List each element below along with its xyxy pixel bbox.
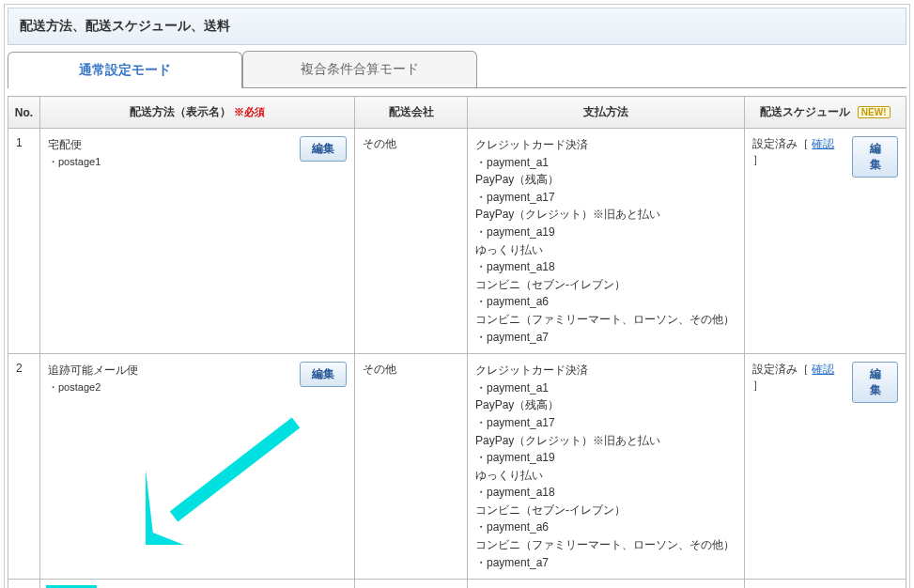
edit-schedule-button[interactable]: 編集 [852,136,898,178]
cell-company: その他 [355,129,468,354]
edit-method-button[interactable]: 編集 [300,362,347,387]
edit-schedule-button[interactable]: 編集 [852,362,898,403]
mode-tabs: 通常設定モード 複合条件合算モード [8,51,906,88]
payment-line: ・payment_a17 [475,414,736,432]
table-row: 3設定 [8,580,906,588]
cell-no: 1 [8,129,40,354]
tab-normal-mode[interactable]: 通常設定モード [8,52,242,88]
payment-line: ・payment_a1 [475,154,736,172]
payment-line: ・payment_a17 [475,189,736,207]
page-header: 配送方法、配送スケジュール、送料 [8,8,906,45]
cell-company [355,580,468,588]
payment-line: コンビニ（ファミリーマート、ローソン、その他） [475,536,736,554]
payment-line: PayPay（クレジット）※旧あと払い [475,206,736,224]
payment-line: ・payment_a7 [475,329,736,347]
payment-line: ・payment_a19 [475,449,736,467]
cell-schedule: 設定済み［ 確認 ］編集 [745,354,906,580]
payment-line: ゆっくり払い [475,467,736,485]
table-row: 2追跡可能メール便・postage2編集その他クレジットカード決済・paymen… [8,354,906,580]
confirm-link[interactable]: 確認 [812,363,834,376]
col-header-payment: 支払方法 [468,97,745,129]
cell-company: その他 [355,354,468,580]
edit-method-button[interactable]: 編集 [300,136,347,162]
cell-schedule: 設定済み［ 確認 ］編集 [745,129,906,354]
payment-line: ・payment_a7 [475,554,736,572]
cell-method: 宅配便・postage1編集 [40,129,355,354]
payment-line: PayPay（残高） [475,171,736,189]
cell-payment: クレジットカード決済・payment_a1PayPay（残高）・payment_… [468,129,745,354]
cell-schedule [745,580,906,588]
tab-complex-mode[interactable]: 複合条件合算モード [242,51,477,87]
cell-no: 2 [8,354,40,580]
payment-line: ゆっくり払い [475,241,736,259]
schedule-status: 設定済み［ 確認 ］ [752,136,844,168]
payment-line: ・payment_a1 [475,379,736,397]
svg-line-1 [174,423,296,517]
cell-no: 3 [8,580,40,588]
payment-line: ・payment_a18 [475,258,736,276]
payment-line: ・payment_a18 [475,484,736,502]
confirm-link[interactable]: 確認 [812,137,834,150]
required-marker: ※必須 [234,106,265,117]
payment-line: PayPay（残高） [475,396,736,414]
method-name: 追跡可能メール便・postage2 [48,362,300,396]
payment-line: ・payment_a6 [475,518,736,536]
payment-line: コンビニ（セブン-イレブン） [475,276,736,294]
payment-line: クレジットカード決済 [475,362,736,379]
col-header-no: No. [8,97,40,129]
table-row: 1宅配便・postage1編集その他クレジットカード決済・payment_a1P… [8,129,906,354]
payment-line: ・payment_a6 [475,293,736,311]
col-header-method: 配送方法（表示名） ※必須 [40,97,355,129]
cell-payment: クレジットカード決済・payment_a1PayPay（残高）・payment_… [468,354,745,580]
payment-line: ・payment_a19 [475,224,736,241]
schedule-status: 設定済み［ 確認 ］ [752,362,844,394]
method-name: 宅配便・postage1 [48,136,300,171]
payment-line: コンビニ（ファミリーマート、ローソン、その他） [475,311,736,329]
payment-line: コンビニ（セブン-イレブン） [475,502,736,519]
new-badge: NEW! [858,106,891,118]
annotation-arrow-icon [146,413,315,545]
cell-method: 設定 [40,580,355,588]
col-header-schedule: 配送スケジュール NEW! [745,97,906,129]
page-title: 配送方法、配送スケジュール、送料 [20,18,894,35]
cell-payment [468,580,745,588]
payment-line: PayPay（クレジット）※旧あと払い [475,432,736,450]
col-header-company: 配送会社 [355,97,468,129]
payment-line: クレジットカード決済 [475,136,736,154]
shipping-table: No. 配送方法（表示名） ※必須 配送会社 支払方法 配送スケジュール NEW… [8,96,906,588]
